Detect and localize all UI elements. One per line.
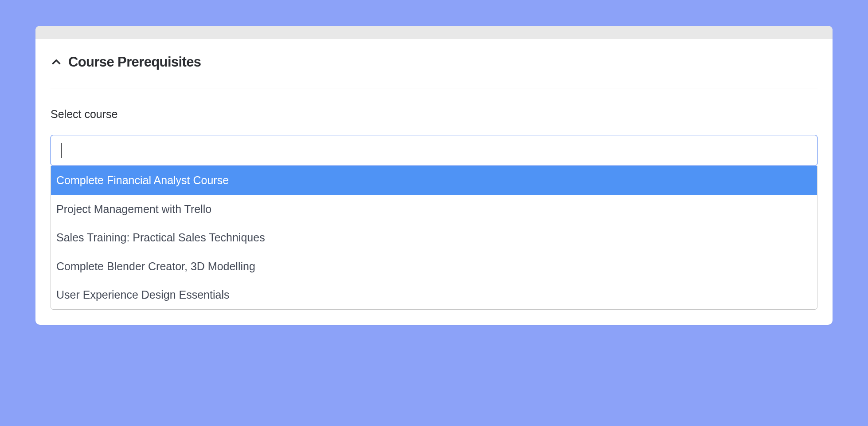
- select-course-label: Select course: [51, 108, 817, 121]
- text-cursor: [61, 143, 62, 158]
- section-title: Course Prerequisites: [68, 54, 201, 70]
- card-content: Course Prerequisites Select course Compl…: [35, 39, 833, 325]
- dropdown-option[interactable]: User Experience Design Essentials: [51, 280, 817, 309]
- prerequisites-card: Course Prerequisites Select course Compl…: [35, 26, 833, 325]
- dropdown-option[interactable]: Complete Blender Creator, 3D Modelling: [51, 252, 817, 281]
- dropdown-option[interactable]: Complete Financial Analyst Course: [51, 166, 817, 195]
- course-dropdown: Complete Financial Analyst Course Projec…: [51, 166, 817, 310]
- section-header[interactable]: Course Prerequisites: [51, 54, 817, 88]
- dropdown-option[interactable]: Project Management with Trello: [51, 195, 817, 224]
- card-top-bar: [35, 26, 833, 39]
- dropdown-option[interactable]: Sales Training: Practical Sales Techniqu…: [51, 223, 817, 252]
- course-select-container: Complete Financial Analyst Course Projec…: [51, 135, 817, 310]
- course-select-input[interactable]: [51, 135, 817, 166]
- chevron-up-icon: [51, 56, 62, 68]
